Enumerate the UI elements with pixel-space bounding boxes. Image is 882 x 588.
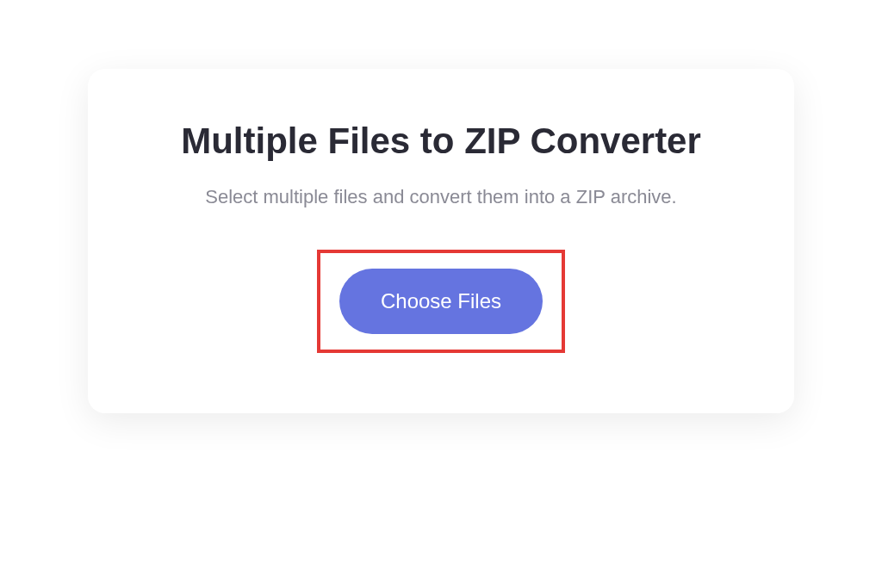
highlight-annotation: Choose Files (317, 250, 565, 353)
card-title: Multiple Files to ZIP Converter (131, 121, 751, 162)
choose-files-button[interactable]: Choose Files (339, 269, 543, 334)
card-subtitle: Select multiple files and convert them i… (131, 186, 751, 208)
converter-card: Multiple Files to ZIP Converter Select m… (88, 69, 794, 413)
